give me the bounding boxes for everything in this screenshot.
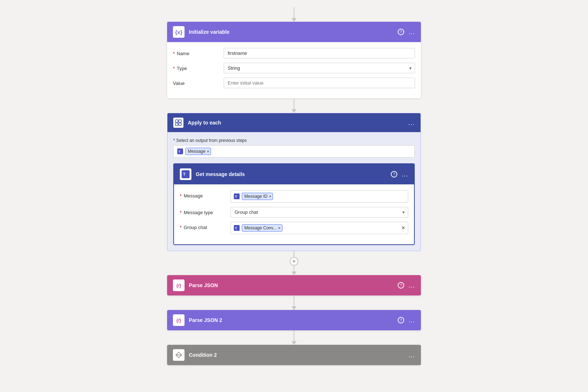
message-input-wrapper: T Message ID ×	[231, 190, 408, 203]
svg-text:T: T	[235, 195, 237, 199]
group-chat-label: * Group chat	[180, 222, 231, 230]
get-message-details-body: * Message T Messag	[174, 184, 414, 244]
add-step-button-1[interactable]: +	[290, 257, 298, 266]
output-select-area: * Select an output from previous steps T…	[173, 138, 415, 158]
get-message-more-options[interactable]: ...	[402, 171, 408, 177]
condition-2-actions: ...	[409, 352, 415, 358]
apply-to-each-header: Apply to each ...	[167, 113, 421, 132]
message-type-label: * Message type	[180, 207, 231, 215]
get-message-details-header: T Get message details ? ...	[174, 164, 414, 184]
name-input-wrapper	[224, 48, 415, 58]
variable-icon: {x}	[173, 26, 185, 38]
parse-json-card: {/} Parse JSON ? ...	[167, 275, 421, 295]
get-message-details-card: T Get message details ? ...	[173, 163, 415, 245]
name-field-row: * Name	[173, 48, 415, 58]
parse-json-2-icon: {/}	[173, 314, 185, 326]
parse-json-actions: ? ...	[398, 282, 415, 289]
group-chat-clear-button[interactable]: ×	[402, 225, 405, 231]
svg-rect-2	[175, 123, 178, 126]
message-token: Message ×	[185, 148, 211, 155]
apply-to-each-actions: ...	[408, 119, 415, 126]
svg-text:T: T	[235, 226, 237, 230]
get-message-details-actions: ? ...	[391, 171, 408, 177]
type-select[interactable]: String	[224, 63, 415, 73]
svg-text:T: T	[183, 172, 186, 176]
svg-rect-1	[179, 120, 181, 122]
name-input[interactable]	[224, 48, 415, 58]
parse-json-2-actions: ? ...	[398, 317, 415, 323]
help-icon[interactable]: ?	[398, 29, 404, 35]
parse-json-2-header: {/} Parse JSON 2 ? ...	[167, 310, 421, 330]
group-chat-input-wrapper: T Message Conv... × ×	[231, 222, 408, 234]
value-label: Value	[173, 78, 224, 86]
parse-json-icon: {/}	[173, 279, 185, 291]
message-id-token-close[interactable]: ×	[269, 195, 271, 199]
parse-json-2-help-icon[interactable]: ?	[398, 317, 404, 323]
output-token-area[interactable]: T Message ×	[173, 145, 415, 158]
parse-json-help-icon[interactable]: ?	[398, 282, 404, 289]
condition-2-card: Condition 2 ...	[167, 345, 421, 365]
apply-to-each-container: Apply to each ... * Select an output fro…	[167, 113, 421, 251]
more-options-button[interactable]: ...	[409, 29, 415, 35]
get-message-teams-icon: T	[180, 168, 191, 180]
initialize-variable-actions: ? ...	[398, 29, 415, 35]
svg-rect-0	[175, 120, 178, 122]
message-field-row: * Message T Messag	[180, 190, 408, 203]
message-label: * Message	[180, 190, 231, 199]
svg-text:T: T	[178, 150, 181, 154]
group-chat-token-input[interactable]: T Message Conv... × ×	[231, 222, 408, 234]
parse-json-more-options[interactable]: ...	[409, 282, 415, 289]
message-type-input-wrapper: Group chat ▾	[231, 207, 408, 217]
apply-to-each-title: Apply to each	[188, 120, 408, 126]
parse-json-2-title: Parse JSON 2	[189, 317, 398, 323]
condition-2-icon	[173, 349, 185, 361]
message-id-teams-icon: T	[234, 193, 240, 199]
parse-json-title: Parse JSON	[189, 282, 398, 288]
initialize-variable-body: * Name * Type String ▾	[167, 42, 421, 98]
message-token-input[interactable]: T Message ID ×	[231, 190, 408, 203]
parse-json-2-more-options[interactable]: ...	[409, 317, 415, 323]
message-token-close[interactable]: ×	[207, 150, 209, 154]
message-type-select[interactable]: Group chat	[231, 207, 408, 217]
type-input-wrapper: String ▾	[224, 63, 415, 73]
message-conv-teams-icon: T	[234, 225, 240, 231]
condition-2-title: Condition 2	[189, 352, 409, 358]
initialize-variable-title: Initialize variable	[189, 29, 398, 35]
value-input-wrapper	[224, 78, 415, 88]
apply-to-each-icon	[173, 118, 183, 128]
value-input[interactable]	[224, 78, 415, 88]
type-field-row: * Type String ▾	[173, 63, 415, 73]
output-label: * Select an output from previous steps	[173, 138, 415, 143]
name-label: * Name	[173, 48, 224, 56]
get-message-details-title: Get message details	[196, 171, 391, 177]
type-label: * Type	[173, 63, 224, 71]
message-type-field-row: * Message type Group chat ▾	[180, 207, 408, 217]
initialize-variable-card: {x} Initialize variable ? ... * Name	[167, 22, 421, 98]
message-id-token: Message ID ×	[242, 193, 273, 200]
apply-to-each-body: * Select an output from previous steps T…	[167, 132, 421, 251]
condition-2-header: Condition 2 ...	[167, 345, 421, 365]
value-field-row: Value	[173, 78, 415, 88]
parse-json-header: {/} Parse JSON ? ...	[167, 275, 421, 295]
svg-rect-3	[179, 123, 181, 126]
group-chat-field-row: * Group chat T Mes	[180, 222, 408, 234]
message-conv-token: Message Conv... ×	[242, 224, 282, 232]
apply-to-each-more-options[interactable]: ...	[408, 119, 415, 126]
condition-2-more-options[interactable]: ...	[409, 352, 415, 358]
message-teams-icon: T	[177, 148, 183, 154]
message-conv-token-close[interactable]: ×	[278, 226, 280, 230]
parse-json-2-card: {/} Parse JSON 2 ? ...	[167, 310, 421, 330]
initialize-variable-header: {x} Initialize variable ? ...	[167, 22, 421, 42]
get-message-help-icon[interactable]: ?	[391, 171, 397, 177]
